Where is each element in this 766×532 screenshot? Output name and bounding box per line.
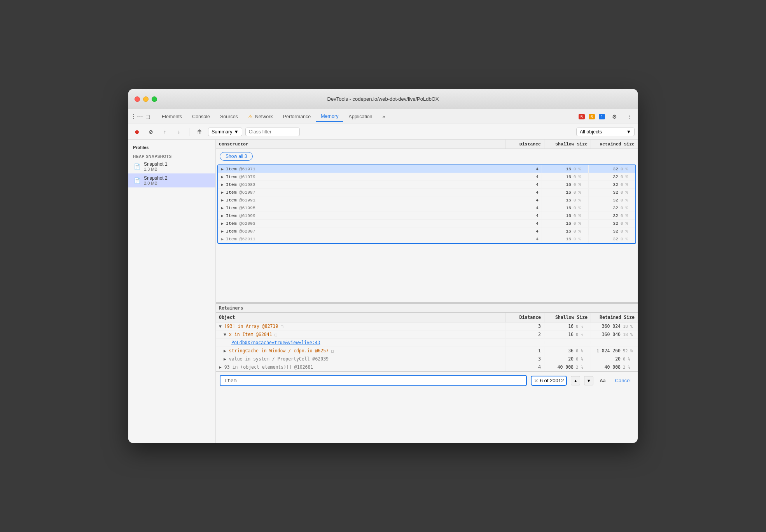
- snapshot-1-name: Snapshot 1: [144, 161, 168, 167]
- snapshot-2-name: Snapshot 2: [144, 175, 168, 181]
- distance-cell: 4: [503, 181, 542, 188]
- match-case-button[interactable]: Aa: [597, 377, 608, 384]
- settings-icon[interactable]: ⚙: [609, 111, 620, 122]
- summary-dropdown[interactable]: Summary ▼: [208, 128, 242, 136]
- summary-chevron-icon: ▼: [234, 129, 238, 135]
- ret-retained-cell: 1 024 26052 %: [591, 347, 638, 355]
- sidebar-snapshot-2[interactable]: 📄 Snapshot 2 2.0 MB: [128, 173, 215, 187]
- ret-distance-cell: [505, 341, 544, 344]
- ret-link[interactable]: PoLdb0X?nocache=true&view=live:43: [231, 340, 320, 345]
- ret-header-retained[interactable]: Retained Size: [591, 313, 638, 322]
- shallow-cell: 160 %: [542, 165, 589, 173]
- record-button[interactable]: ⏺: [131, 126, 142, 137]
- table-row[interactable]: ▶ Item @61987 4 160 % 320 %: [218, 189, 635, 196]
- highlighted-rows: ▶ Item @61971 4 160 % 320 % ▶: [217, 164, 636, 244]
- export-button[interactable]: ↓: [173, 126, 184, 137]
- tab-elements[interactable]: Elements: [157, 112, 187, 122]
- distance-cell: 4: [503, 196, 542, 204]
- header-constructor[interactable]: Constructor: [216, 140, 505, 149]
- constructor-name: Item @61979: [226, 174, 255, 179]
- constructor-cell: ▶ Item @61987: [218, 189, 503, 196]
- ret-object-cell: ▼ x in Item @62041 □: [216, 331, 505, 338]
- ret-distance-cell: 3: [505, 355, 544, 363]
- table-row[interactable]: ▶ Item @61979 4 160 % 320 %: [218, 173, 635, 181]
- search-prev-button[interactable]: ▲: [571, 376, 580, 385]
- ret-object-cell: ▶ stringCache in Window / cdpn.io @6257 …: [216, 347, 505, 355]
- tab-network[interactable]: ⚠ Network: [243, 111, 278, 122]
- table-row[interactable]: ▶ Item @61991 4 160 % 320 %: [218, 196, 635, 204]
- toolbar-separator: [189, 128, 189, 136]
- tab-application[interactable]: Application: [344, 112, 377, 122]
- tab-sources[interactable]: Sources: [215, 112, 243, 122]
- tab-more[interactable]: »: [378, 112, 390, 122]
- distance-cell: 4: [503, 235, 542, 243]
- table-row[interactable]: ▶ Item @61983 4 160 % 320 %: [218, 181, 635, 189]
- distance-cell: 4: [503, 212, 542, 219]
- constructor-name: Item @62011: [226, 236, 255, 242]
- delete-button[interactable]: 🗑: [194, 126, 205, 137]
- all-objects-chevron-icon: ▼: [626, 129, 631, 135]
- more-options-icon[interactable]: ⋮: [624, 111, 635, 122]
- import-button[interactable]: ↑: [159, 126, 170, 137]
- all-objects-label: All objects: [580, 129, 602, 135]
- expand-icon: ▶: [220, 167, 224, 172]
- search-input[interactable]: [220, 375, 527, 386]
- sidebar-snapshot-1[interactable]: 📄 Snapshot 1 1.3 MB: [128, 159, 215, 173]
- ret-object-cell: PoLdb0X?nocache=true&view=live:43: [216, 339, 505, 346]
- distance-cell: 4: [503, 173, 542, 180]
- constructor-cell: ▶ Item @61971: [218, 165, 503, 173]
- ret-header-shallow[interactable]: Shallow Size: [544, 313, 591, 322]
- retainer-row[interactable]: PoLdb0X?nocache=true&view=live:43: [216, 339, 638, 347]
- ret-header-object[interactable]: Object: [216, 313, 505, 322]
- tab-memory[interactable]: Memory: [316, 111, 343, 122]
- maximize-button[interactable]: [152, 96, 157, 102]
- ret-shallow-cell: 360 %: [544, 347, 591, 355]
- constructor-name: Item @62003: [226, 221, 255, 226]
- shallow-cell: 160 %: [542, 220, 589, 227]
- distance-cell: 4: [503, 189, 542, 196]
- table-row[interactable]: ▶ Item @62003 4 160 % 320 %: [218, 220, 635, 228]
- class-filter-input[interactable]: [245, 128, 300, 136]
- expand-icon: ▶: [220, 206, 224, 210]
- ret-object-label: 93 in (object elements)[] @102681: [224, 364, 313, 370]
- retainer-row[interactable]: ▶ 93 in (object elements)[] @102681 4 40…: [216, 363, 638, 371]
- constructor-name: Item @61987: [226, 190, 255, 195]
- retainer-row[interactable]: ▶ value in system / PropertyCell @62039 …: [216, 355, 638, 363]
- devtools-icon[interactable]: ⋮⋯: [131, 111, 142, 122]
- snapshot-2-info: Snapshot 2 2.0 MB: [144, 175, 168, 186]
- clear-button[interactable]: ⊘: [145, 126, 156, 137]
- table-row[interactable]: ▶ Item @61971 4 160 % 320 %: [218, 165, 635, 173]
- header-shallow-size[interactable]: Shallow Size: [544, 140, 591, 149]
- all-objects-dropdown[interactable]: All objects ▼: [576, 128, 635, 136]
- header-distance[interactable]: Distance: [505, 140, 544, 149]
- retainer-row[interactable]: ▼ x in Item @62041 □ 2 160 % 360 04018 %: [216, 331, 638, 339]
- cancel-search-button[interactable]: Cancel: [612, 376, 634, 385]
- warning-badge: 6: [589, 114, 595, 119]
- show-all-button[interactable]: Show all 3: [220, 152, 253, 161]
- main-content: Profiles HEAP SNAPSHOTS 📄 Snapshot 1 1.3…: [128, 140, 638, 443]
- tab-performance[interactable]: Performance: [278, 112, 316, 122]
- show-all-row: Show all 3: [216, 149, 638, 164]
- table-row[interactable]: ▶ Item @61995 4 160 % 320 %: [218, 204, 635, 212]
- close-button[interactable]: [135, 96, 140, 102]
- table-row[interactable]: ▶ Item @62007 4 160 % 320 %: [218, 228, 635, 235]
- shallow-cell: 160 %: [542, 235, 589, 243]
- tab-console[interactable]: Console: [187, 112, 215, 122]
- tab-icons: 5 6 1 ⚙ ⋮: [579, 111, 635, 122]
- retainer-row[interactable]: ▼ [93] in Array @82719 □ 3 160 % 360 024…: [216, 322, 638, 331]
- clear-search-icon[interactable]: ✕: [534, 378, 539, 384]
- table-row[interactable]: ▶ Item @61999 4 160 % 320 %: [218, 212, 635, 220]
- ret-shallow-cell: 160 %: [544, 322, 591, 330]
- inspect-icon[interactable]: ⬚: [142, 111, 153, 122]
- retained-cell: 320 %: [589, 196, 635, 204]
- search-next-button[interactable]: ▼: [584, 376, 593, 385]
- table-row[interactable]: ▶ Item @62011 4 160 % 320 %: [218, 235, 635, 243]
- ret-header-distance[interactable]: Distance: [505, 313, 544, 322]
- ret-object-label: x in Item @62041: [229, 332, 272, 337]
- snapshot-1-info: Snapshot 1 1.3 MB: [144, 161, 168, 172]
- retained-cell: 320 %: [589, 212, 635, 219]
- shallow-cell: 160 %: [542, 173, 589, 180]
- header-retained-size[interactable]: Retained Size: [591, 140, 638, 149]
- retainer-row[interactable]: ▶ stringCache in Window / cdpn.io @6257 …: [216, 347, 638, 355]
- minimize-button[interactable]: [143, 96, 149, 102]
